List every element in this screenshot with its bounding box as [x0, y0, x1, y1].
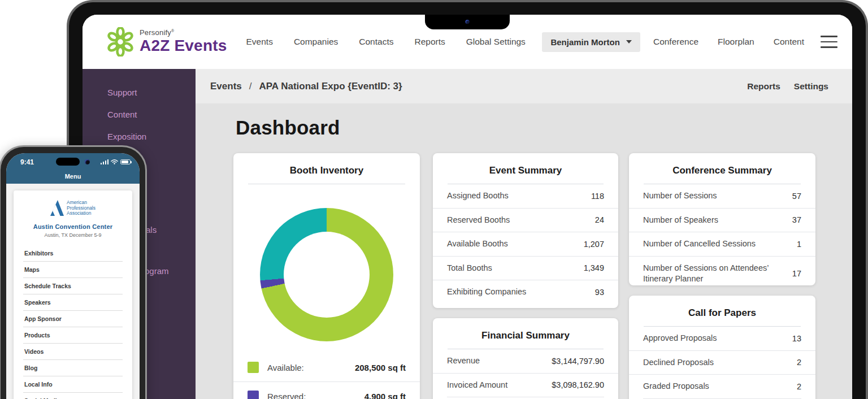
row-value: 2 — [797, 358, 801, 367]
row-label: Exhibiting Companies — [447, 287, 526, 298]
row-label: Number of Sessions — [643, 190, 717, 202]
tablet-camera-icon — [466, 20, 470, 24]
apa-logo: American Professionals Association — [14, 190, 132, 216]
tablet-device-frame: Personify® A2Z Events Events Companies C… — [67, 0, 868, 399]
menu-item-speakers[interactable]: Speakers — [23, 294, 123, 311]
row-value: 37 — [792, 215, 801, 224]
hamburger-menu-icon[interactable] — [821, 36, 837, 48]
nav-link-floorplan[interactable]: Floorplan — [718, 37, 754, 47]
settings-action-link[interactable]: Settings — [794, 81, 828, 92]
table-row: Assigned Booths118 — [433, 184, 618, 208]
battery-icon — [120, 159, 131, 164]
row-label: Revenue — [447, 355, 480, 367]
row-label: Assigned Booths — [447, 190, 509, 202]
breadcrumb: Events / APA National Expo {EventID: 3} — [210, 81, 402, 92]
apa-triangle-icon — [50, 200, 64, 216]
nav-link-contacts[interactable]: Contacts — [359, 37, 393, 47]
row-label: Declined Proposals — [643, 357, 714, 368]
row-value: 24 — [595, 215, 604, 224]
venue-name: Austin Convention Center — [14, 223, 132, 230]
primary-nav-links: Events Companies Contacts Reports Global… — [246, 37, 526, 47]
breadcrumb-bar: Events / APA National Expo {EventID: 3} … — [196, 69, 852, 103]
legend-swatch-available — [248, 362, 259, 373]
nav-link-reports[interactable]: Reports — [414, 37, 445, 47]
call-for-papers-title: Call for Papers — [629, 296, 815, 319]
table-row: Declined Proposals2 — [629, 350, 815, 375]
menu-item-app-sponsor[interactable]: App Sponsor — [23, 311, 123, 327]
menu-item-local-info[interactable]: Local Info — [23, 376, 123, 393]
dynamic-island — [56, 158, 80, 166]
row-value: 1,207 — [584, 240, 604, 249]
nav-link-conference[interactable]: Conference — [653, 37, 698, 47]
nav-link-global-settings[interactable]: Global Settings — [466, 37, 526, 47]
status-icons — [101, 159, 131, 164]
row-label: Total Booths — [447, 263, 492, 274]
secondary-nav-links: Conference Floorplan Content — [653, 37, 804, 47]
legend-label-available: Available: — [267, 363, 304, 372]
reports-action-link[interactable]: Reports — [747, 81, 780, 92]
menu-item-social-media[interactable]: Social Media — [23, 393, 123, 399]
sidebar-item-content[interactable]: Content — [83, 103, 196, 125]
nav-link-companies[interactable]: Companies — [294, 37, 338, 47]
sidebar-item-support[interactable]: Support — [83, 81, 196, 103]
row-label: Approved Proposals — [643, 333, 717, 344]
table-row: Reserved Booths24 — [433, 208, 618, 232]
row-value: 118 — [591, 192, 604, 201]
booth-donut-hole — [284, 232, 370, 318]
menu-item-blog[interactable]: Blog — [23, 360, 123, 376]
menu-item-exhibitors[interactable]: Exhibitors — [23, 245, 123, 262]
breadcrumb-separator: / — [249, 81, 252, 92]
menu-item-maps[interactable]: Maps — [23, 262, 123, 278]
legend-value-reserved: 4,900 sq ft — [364, 392, 406, 399]
row-value: $3,098,162.90 — [552, 380, 604, 389]
breadcrumb-current-page: APA National Expo {EventID: 3} — [259, 81, 402, 92]
row-value: 1,349 — [584, 263, 604, 272]
menu-item-videos[interactable]: Videos — [23, 344, 123, 360]
brand-logo[interactable]: Personify® A2Z Events — [106, 27, 227, 57]
table-row: Available Booths1,207 — [433, 232, 618, 256]
menu-item-schedule-tracks[interactable]: Schedule Tracks — [23, 278, 123, 294]
row-label: Available Booths — [447, 238, 508, 250]
nav-link-content[interactable]: Content — [774, 37, 804, 47]
phone-menu-list: Exhibitors Maps Schedule Tracks Speakers… — [23, 245, 123, 399]
row-label: Number of Speakers — [643, 215, 718, 226]
legend-swatch-reserved — [248, 391, 259, 399]
event-summary-card: Event Summary Assigned Booths118 Reserve… — [433, 153, 618, 308]
venue-date: Austin, TX December 5-9 — [14, 232, 132, 238]
sidebar-item-exposition[interactable]: Exposition — [83, 125, 196, 148]
row-value: 2 — [797, 382, 801, 391]
legend-label-reserved: Reserved: — [267, 392, 306, 399]
row-value: $3,144,797.90 — [552, 357, 604, 366]
phone-header-title: Menu — [6, 173, 140, 180]
row-value: 93 — [595, 288, 604, 297]
call-for-papers-card: Call for Papers Approved Proposals13 Dec… — [629, 296, 815, 399]
wifi-icon — [111, 159, 118, 164]
table-row: Number of Sessions on Attendees’ Itinera… — [629, 256, 815, 291]
table-row: Graded Proposals2 — [629, 374, 815, 398]
nav-link-events[interactable]: Events — [246, 37, 273, 47]
stage: Personify® A2Z Events Events Companies C… — [0, 0, 868, 399]
row-label: Number of Sessions on Attendees’ Itinera… — [643, 263, 784, 285]
row-label: Reserved Booths — [447, 215, 510, 226]
conference-summary-title: Conference Summary — [629, 153, 815, 176]
tablet-camera-notch — [425, 15, 510, 29]
apa-org-name: American Professionals Association — [67, 200, 96, 216]
menu-item-products[interactable]: Products — [23, 327, 123, 344]
breadcrumb-events-link[interactable]: Events — [210, 81, 242, 92]
row-value: 17 — [792, 269, 801, 278]
divider — [248, 184, 405, 184]
financial-summary-card: Financial Summary Revenue$3,144,797.90 I… — [433, 318, 618, 399]
booth-inventory-chart — [260, 208, 393, 341]
user-menu-button[interactable]: Benjamin Morton — [542, 32, 640, 52]
sidebar-item-partial-als[interactable]: als — [146, 225, 157, 235]
row-label: Number of Cancelled Sessions — [643, 238, 756, 250]
table-row: Revenue$3,144,797.90 — [433, 349, 618, 373]
phone-device-frame: 9:41 Menu — [0, 145, 147, 399]
phone-header: 9:41 Menu — [6, 153, 140, 184]
breadcrumb-actions: Reports Settings — [747, 81, 828, 92]
legend-row-reserved: Reserved: 4,900 sq ft — [233, 381, 420, 399]
phone-menu-card: American Professionals Association Austi… — [14, 190, 132, 399]
table-row: Exhibiting Companies93 — [433, 280, 618, 304]
row-value: 1 — [797, 240, 801, 249]
legend-value-available: 208,500 sq ft — [355, 363, 406, 372]
